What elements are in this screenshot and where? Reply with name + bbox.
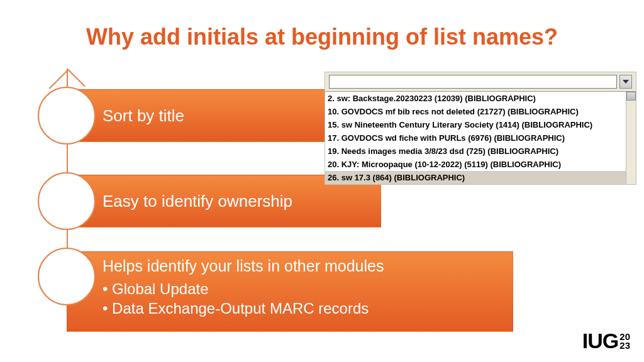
scrollbar[interactable]: [626, 92, 636, 184]
dropdown-option[interactable]: 2. sw: Backstage.20230223 (12039) (BIBLI…: [325, 92, 636, 105]
dropdown-panel: 2. sw: Backstage.20230223 (12039) (BIBLI…: [325, 72, 636, 185]
point-bubble: [38, 248, 96, 305]
dropdown-option[interactable]: 10. GOVDOCS mf bib recs not deleted (217…: [325, 105, 636, 118]
dropdown-option[interactable]: 15. sw Nineteenth Century Literary Socie…: [325, 118, 636, 131]
point-bar: Sort by title: [67, 89, 337, 142]
decorative-line: [67, 69, 86, 87]
dropdown-list: 2. sw: Backstage.20230223 (12039) (BIBLI…: [325, 91, 636, 184]
point-label: Easy to identify ownership: [103, 192, 370, 211]
logo-text: IUG: [582, 329, 618, 353]
dropdown-option[interactable]: 17. GOVDOCS wd fiche with PURLs (6976) (…: [325, 131, 636, 145]
scrollbar-thumb[interactable]: [626, 92, 636, 101]
dropdown-header: [325, 72, 636, 91]
dropdown-option[interactable]: 20. KJY: Microopaque (10-12-2022) (5119)…: [325, 158, 636, 171]
logo-year: 20 23: [619, 332, 630, 349]
point-label: Helps identify your lists in other modul…: [103, 257, 502, 275]
point-label: Sort by title: [103, 106, 326, 126]
logo-year-bottom: 23: [619, 341, 630, 350]
chevron-down-icon: [623, 80, 629, 84]
dropdown-arrow-button[interactable]: [619, 75, 632, 89]
dropdown-option-selected[interactable]: 26. sw 17.3 (864) (BIBLIOGRAPHIC): [325, 171, 636, 184]
page-title: Why add initials at beginning of list na…: [0, 0, 644, 50]
point-bubble: [38, 87, 96, 145]
iug-logo: IUG 20 23: [582, 329, 630, 353]
point-bubble: [38, 172, 96, 230]
point-sub-2: Data Exchange-Output MARC records: [103, 299, 502, 318]
dropdown-field[interactable]: [329, 75, 617, 89]
point-sub-1: Global Update: [103, 279, 502, 299]
dropdown-option[interactable]: 19. Needs images media 3/8/23 dsd (725) …: [325, 145, 636, 158]
point-bar: Helps identify your lists in other modul…: [67, 251, 513, 332]
